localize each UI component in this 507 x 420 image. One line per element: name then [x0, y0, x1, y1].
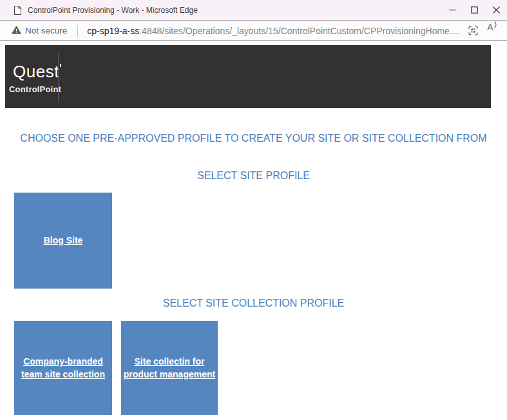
toolbar-divider [0, 40, 507, 41]
profile-tile-blog-site[interactable]: Blog Site [14, 193, 112, 289]
intro-heading: CHOOSE ONE PRE-APPROVED PROFILE TO CREAT… [0, 133, 507, 144]
qr-code-icon[interactable] [463, 23, 483, 39]
close-button[interactable] [485, 0, 507, 20]
page-favicon-icon [12, 5, 23, 15]
profile-tile-site-collection-product-management[interactable]: Site collectin for product management [121, 321, 218, 415]
quest-controlpoint-logo: Quest ControlPoint [9, 63, 61, 94]
profile-tile-label: Blog Site [43, 234, 84, 247]
warning-icon [12, 25, 21, 37]
window-title: ControlPoint Provisioning - Work - Micro… [28, 6, 198, 15]
logo-separator [58, 53, 59, 102]
read-aloud-icon[interactable]: A [483, 23, 502, 39]
site-security-chip[interactable]: Not secure [12, 25, 67, 37]
address-bar: Not secure cp-sp19-a-ss:4848/sites/Opera… [0, 21, 507, 40]
url-text[interactable]: cp-sp19-a-ss:4848/sites/Operations/_layo… [87, 26, 463, 36]
window-controls [441, 0, 507, 20]
browser-window: ControlPoint Provisioning - Work - Micro… [0, 0, 507, 420]
site-collection-profile-heading: SELECT SITE COLLECTION PROFILE [0, 298, 507, 309]
quest-logo-text: Quest [13, 63, 61, 80]
url-path: :4848/sites/Operations/_layouts/15/Contr… [139, 26, 459, 36]
controlpoint-logo-text: ControlPoint [9, 84, 61, 94]
page-banner: Quest ControlPoint REQUEST SITE OR SITE … [5, 45, 491, 108]
minimize-button[interactable] [441, 0, 463, 20]
site-profile-heading: SELECT SITE PROFILE [0, 170, 507, 182]
address-bar-actions: A [463, 23, 502, 39]
profile-tile-label: Site collectin for product management [121, 355, 218, 381]
maximize-button[interactable] [463, 0, 485, 20]
not-secure-label: Not secure [25, 26, 67, 35]
address-separator [77, 25, 78, 37]
profile-tile-company-branded-team-site-collection[interactable]: Company-branded team site collection [14, 321, 112, 415]
profile-tile-label: Company-branded team site collection [14, 355, 112, 381]
url-host: cp-sp19-a-ss [87, 26, 139, 36]
title-bar: ControlPoint Provisioning - Work - Micro… [0, 0, 507, 20]
